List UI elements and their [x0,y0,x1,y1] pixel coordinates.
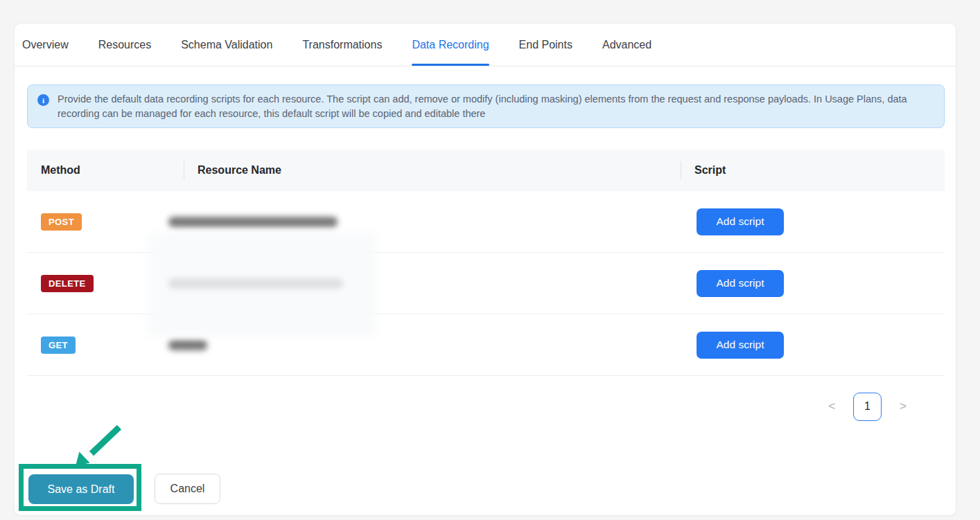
pagination-prev-icon[interactable]: < [828,400,835,413]
redacted-resource-name [168,217,338,227]
method-badge-delete: DELETE [41,275,94,292]
header-divider [681,161,681,179]
tab-resources[interactable]: Resources [98,24,151,66]
pagination-next-icon[interactable]: > [900,400,907,413]
data-recording-table: Method Resource Name Script POST Add scr… [27,150,945,376]
column-header-resource-name: Resource Name [184,164,681,177]
method-badge-get: GET [41,337,76,354]
redacted-resource-name [168,278,343,289]
add-script-button[interactable]: Add script [697,332,784,359]
tab-schema-validation[interactable]: Schema Validation [181,24,272,66]
column-header-script: Script [681,164,945,177]
tab-bar: Overview Resources Schema Validation Tra… [15,24,956,66]
tab-transformations[interactable]: Transformations [302,24,382,66]
redacted-resource-name [168,340,207,350]
add-script-button[interactable]: Add script [697,208,784,235]
pagination-page-1[interactable]: 1 [853,393,882,421]
annotation-highlight-box: Save as Draft [19,464,141,511]
table-header-row: Method Resource Name Script [27,150,945,191]
info-banner-text: Provide the default data recording scrip… [58,92,926,121]
tab-overview[interactable]: Overview [22,24,69,66]
column-header-method: Method [27,164,184,177]
tab-advanced[interactable]: Advanced [602,24,651,66]
header-divider [184,161,184,179]
info-icon: i [37,94,49,106]
settings-card: Overview Resources Schema Validation Tra… [14,23,956,516]
add-script-button[interactable]: Add script [697,270,784,297]
table-row-post: POST Add script [27,191,945,253]
cancel-button[interactable]: Cancel [155,474,220,504]
pagination: < 1 > [27,393,945,420]
tab-data-recording[interactable]: Data Recording [412,24,489,66]
save-as-draft-button[interactable]: Save as Draft [28,474,134,504]
info-banner: i Provide the default data recording scr… [27,84,945,128]
annotation-arrow-icon [67,422,129,470]
table-row-get: GET Add script [27,314,945,376]
method-badge-post: POST [41,213,82,231]
table-row-delete: DELETE Add script [27,253,945,314]
tab-end-points[interactable]: End Points [519,24,572,66]
